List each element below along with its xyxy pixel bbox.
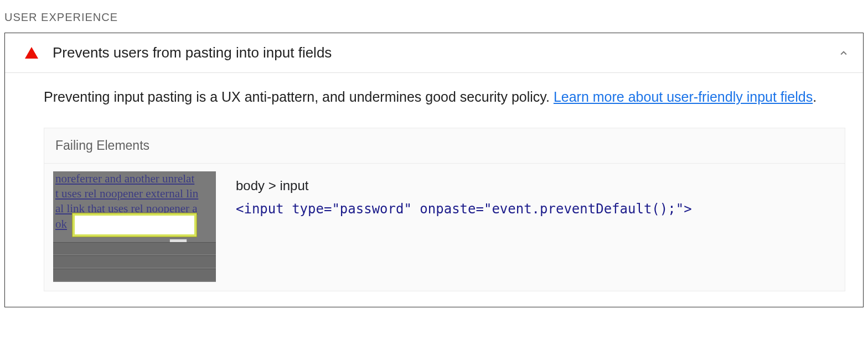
- element-snippet: <input type="password" onpaste="event.pr…: [236, 198, 692, 221]
- failing-element-row: noreferrer and another unrelat t uses re…: [44, 164, 845, 291]
- chevron-up-icon: [838, 47, 850, 59]
- learn-more-link[interactable]: Learn more about user-friendly input fie…: [554, 89, 813, 104]
- section-heading: USER EXPERIENCE: [4, 11, 864, 24]
- element-thumbnail: noreferrer and another unrelat t uses re…: [53, 171, 216, 282]
- thumb-text-line: t uses rel noopener external lin: [53, 186, 216, 201]
- audit-body: Preventing input pasting is a UX anti-pa…: [5, 73, 863, 307]
- thumb-strip: [53, 255, 216, 268]
- failing-elements-box: Failing Elements noreferrer and another …: [44, 128, 845, 291]
- thumb-text-line: noreferrer and another unrelat: [53, 171, 216, 186]
- audit-description-prefix: Preventing input pasting is a UX anti-pa…: [44, 89, 554, 104]
- thumb-strip: [53, 242, 216, 254]
- element-selector: body > input: [236, 175, 692, 197]
- audit-title: Prevents users from pasting into input f…: [53, 44, 838, 61]
- failing-elements-header: Failing Elements: [44, 128, 845, 164]
- thumb-strip: [53, 269, 216, 281]
- audit-card: Prevents users from pasting into input f…: [4, 33, 864, 307]
- element-info: body > input <input type="password" onpa…: [236, 171, 692, 221]
- highlighted-input-icon: [73, 213, 197, 237]
- audit-header[interactable]: Prevents users from pasting into input f…: [5, 33, 863, 73]
- audit-description-suffix: .: [813, 89, 817, 104]
- fail-triangle-icon: [25, 47, 38, 59]
- audit-description: Preventing input pasting is a UX anti-pa…: [44, 86, 845, 108]
